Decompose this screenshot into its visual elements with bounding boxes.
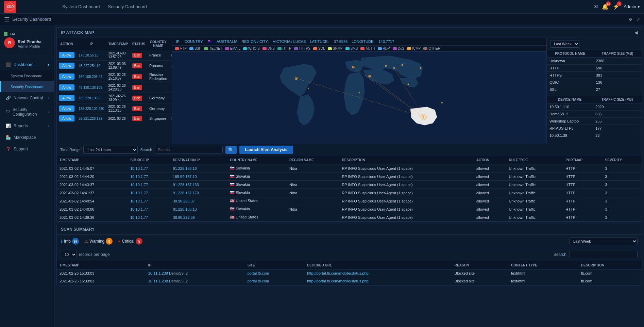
dst-ip: 38.90.226.37: [170, 197, 227, 205]
country: 🇸🇰 Slovakia: [227, 173, 287, 181]
protocol-legend: FTPSSHTELNETEMAILWHOISDNSHTTPHTTPSSQLSNM…: [172, 46, 546, 52]
sidebar-item-security-dashboard[interactable]: Security Dashboard: [0, 81, 54, 92]
search-button[interactable]: 🔍: [225, 146, 237, 154]
hamburger-icon[interactable]: ☰: [4, 16, 10, 23]
action: allowed: [474, 181, 506, 189]
user-name: Red Piranha: [18, 39, 41, 44]
attack-log-table: TimestampSource IPDestination IPCountry …: [57, 156, 642, 222]
main-nav: System Dashboard Security Dashboard: [62, 4, 588, 9]
panel-period-header: Last Week: [547, 38, 642, 50]
period-select[interactable]: Last Week: [550, 40, 579, 48]
nav-system-dashboard[interactable]: System Dashboard: [62, 4, 100, 9]
device-col-name: Device Name: [547, 96, 593, 103]
warning-badge: ⚠ Warning 8: [84, 238, 113, 245]
info-icon: ℹ: [61, 239, 63, 244]
attack-log-table-container: TimestampSource IPDestination IPCountry …: [57, 156, 642, 222]
protocol-traffic-table: Protocol Name Traffic Size (MB) Unknown2…: [547, 50, 642, 93]
allow-button[interactable]: Allow: [59, 52, 74, 58]
scan-search-control: Search:: [554, 251, 638, 258]
table-row: Allow 52.221.226.172 2021-03-26 Ban Sing…: [57, 114, 172, 123]
legend-smb: SMB: [345, 47, 358, 50]
action-cell: Allow: [57, 114, 77, 123]
svg-point-12: [385, 65, 387, 67]
timestamp: 2021-03-02 14:40:54: [57, 197, 128, 205]
attack-search-input[interactable]: [155, 146, 223, 153]
region-cell: [169, 82, 172, 93]
expand-icon[interactable]: ⤢: [637, 17, 640, 22]
action: allowed: [474, 173, 506, 181]
email-icon[interactable]: ✉: [593, 3, 598, 10]
notification-badge: 12: [606, 1, 611, 6]
nav-security-dashboard[interactable]: Security Dashboard: [108, 4, 147, 9]
svg-point-18: [359, 92, 360, 94]
protocol-col-name: Protocol Name: [547, 50, 593, 58]
allow-button[interactable]: Allow: [59, 115, 74, 121]
protocol-name: HTTPS: [547, 72, 593, 79]
description: RP INFO Suspicious User-Agent (1 space): [339, 181, 473, 189]
sidebar: HA R Red Piranha Admin Profile ⬛ Dashboa…: [0, 25, 54, 327]
col-status: Status: [130, 38, 148, 50]
svg-point-15: [408, 84, 409, 85]
region-cell: -: [169, 61, 172, 71]
severity: 3: [603, 197, 642, 205]
sidebar-item-label: System Dashboard: [11, 74, 43, 78]
allow-button[interactable]: Allow: [59, 73, 74, 80]
records-control: 10 records per page: [61, 251, 110, 258]
scan-col-timestamp: Timestamp: [57, 261, 146, 269]
rule-type: Unknown Traffic: [506, 213, 563, 222]
timestamp-cell: 2021-03-26: [106, 114, 130, 123]
dst-ip: 91.228.166.13: [170, 205, 227, 213]
records-label: records per page: [79, 252, 110, 257]
scan-search-input[interactable]: [570, 251, 638, 258]
sidebar-item-dashboard[interactable]: ⬛ Dashboard ▾: [0, 59, 54, 70]
device-name: RP-AUS-LTP3: [547, 125, 593, 132]
alerts-icon[interactable]: ⚡7: [613, 3, 620, 10]
table-row: Allow 45.227.254.10 2021-03-03 12:09:49 …: [57, 61, 172, 71]
notifications-icon[interactable]: 🔔12: [602, 3, 609, 10]
description: RP INFO Suspicious User-Agent (1 space): [339, 189, 473, 197]
critical-icon: ●: [118, 239, 120, 244]
timestamp-cell: 2021-03-03 13:57:23: [106, 50, 130, 61]
records-per-page-select[interactable]: 10: [61, 251, 77, 258]
chevron-right-icon: ›: [48, 96, 49, 100]
legend-rdp: RDP: [378, 47, 390, 50]
warning-icon: ⚠: [84, 239, 88, 244]
time-range-select[interactable]: Last 24 Hours: [83, 146, 138, 154]
table-row: 10.50.1.3933: [547, 132, 642, 139]
sidebar-item-marketplace[interactable]: 🏪 Marketplace: [0, 132, 54, 143]
legend-https: HTTPS: [294, 47, 310, 50]
status-cell: Ban: [130, 50, 148, 61]
region-cell: [169, 93, 172, 103]
scan-col-site: Site: [245, 261, 305, 269]
status-cell: Ban: [130, 93, 148, 103]
allow-button[interactable]: Allow: [59, 84, 74, 91]
svg-point-19: [441, 102, 443, 104]
chevron-down-icon: ▾: [48, 63, 49, 67]
warning-count: 8: [106, 238, 113, 245]
launch-alert-analysis-button[interactable]: Launch Alert Analysis: [239, 146, 293, 154]
sub-navigation: ☰ Security Dashboard ⚙ ⤢: [0, 14, 644, 25]
status-cell: Ban: [130, 61, 148, 71]
svg-point-7: [295, 78, 297, 79]
action-cell: Allow: [57, 61, 77, 71]
portmap: HTTP: [563, 164, 602, 173]
scan-period-select[interactable]: Last Week: [570, 238, 638, 245]
allow-button[interactable]: Allow: [59, 105, 74, 112]
sidebar-item-system-dashboard[interactable]: System Dashboard: [0, 70, 54, 81]
allow-button[interactable]: Allow: [59, 95, 74, 101]
sidebar-item-network-control[interactable]: 🔗 Network Control ›: [0, 92, 54, 104]
rule-type: Unknown Traffic: [506, 164, 563, 173]
country-label: COUNTRY:: [184, 39, 204, 44]
col-source-ip: Source IP: [128, 156, 170, 164]
country: 🇸🇰 Slovakia: [227, 164, 287, 173]
device-name: DemoS9_2: [547, 111, 593, 118]
allow-button[interactable]: Allow: [59, 63, 74, 69]
sidebar-item-support[interactable]: ❓ Support: [0, 143, 54, 155]
collapse-icon[interactable]: ◀: [634, 30, 638, 35]
settings-icon[interactable]: ⚙: [629, 17, 632, 22]
admin-menu[interactable]: Admin ▾: [624, 4, 640, 9]
sidebar-item-reports[interactable]: 📊 Reports ›: [0, 120, 54, 132]
rule-type: Unknown Traffic: [506, 189, 563, 197]
dst-ip: 38.90.226.39: [170, 213, 227, 222]
sidebar-item-security-configuration[interactable]: 🛡 Security Configuration ›: [0, 104, 54, 120]
